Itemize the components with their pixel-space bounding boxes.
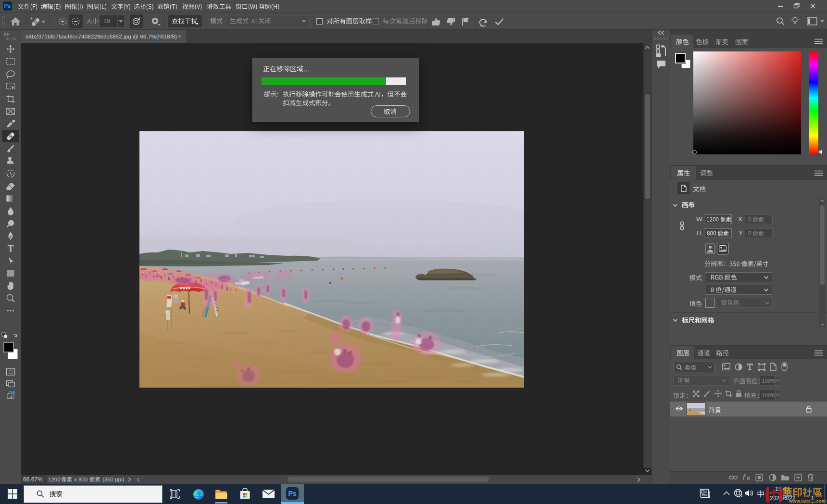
svg-text:T: T xyxy=(8,243,14,253)
